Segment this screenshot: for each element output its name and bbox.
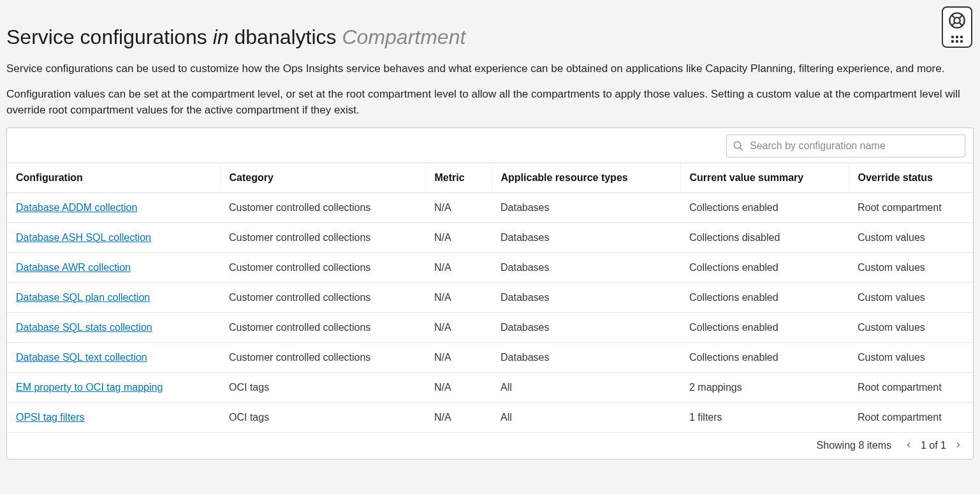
cell-value: Collections enabled [680, 282, 849, 312]
cell-override: Custom values [849, 312, 973, 342]
cell-override: Custom values [849, 282, 973, 312]
pager: 1 of 1 [903, 439, 964, 453]
table-row: EM property to OCI tag mappingOCI tagsN/… [7, 372, 973, 402]
col-header-value[interactable]: Current value summary [680, 163, 849, 193]
config-link[interactable]: Database ADDM collection [16, 202, 137, 213]
cell-value: Collections enabled [680, 193, 849, 222]
cell-resource: Databases [492, 193, 680, 222]
cell-resource: Databases [492, 342, 680, 372]
table-row: Database SQL stats collectionCustomer co… [7, 312, 973, 342]
pager-text: 1 of 1 [921, 440, 946, 451]
cell-resource: Databases [492, 282, 680, 312]
svg-point-6 [734, 142, 741, 149]
table-row: Database SQL plan collectionCustomer con… [7, 282, 973, 312]
table-row: Database SQL text collectionCustomer con… [7, 342, 973, 372]
cell-metric: N/A [425, 282, 492, 312]
cell-resource: Databases [492, 312, 680, 342]
cell-metric: N/A [425, 312, 492, 342]
search-input[interactable] [726, 134, 965, 157]
svg-line-5 [960, 23, 963, 26]
cell-category: Customer controlled collections [220, 222, 425, 252]
panel-toolbar [7, 128, 973, 163]
config-link[interactable]: OPSI tag filters [16, 412, 85, 423]
config-link[interactable]: EM property to OCI tag mapping [16, 382, 163, 393]
cell-metric: N/A [425, 193, 492, 222]
cell-value: Collections enabled [680, 312, 849, 342]
config-link[interactable]: Database AWR collection [16, 262, 131, 273]
cell-resource: All [492, 402, 680, 432]
col-header-configuration[interactable]: Configuration [7, 163, 220, 193]
col-header-category[interactable]: Category [220, 163, 425, 193]
config-table: Configuration Category Metric Applicable… [7, 163, 973, 433]
cell-resource: Databases [492, 252, 680, 282]
title-in: in [213, 25, 229, 48]
title-prefix: Service configurations [6, 25, 207, 48]
cell-override: Root compartment [849, 193, 973, 222]
config-link[interactable]: Database SQL stats collection [16, 322, 152, 333]
svg-line-4 [952, 23, 955, 26]
page-title: Service configurations in dbanalytics Co… [6, 25, 974, 49]
cell-override: Custom values [849, 342, 973, 372]
cell-metric: N/A [425, 372, 492, 402]
cell-override: Root compartment [849, 372, 973, 402]
pager-next-button[interactable] [953, 439, 964, 453]
showing-count: Showing 8 items [817, 440, 891, 451]
cell-override: Custom values [849, 252, 973, 282]
svg-line-7 [740, 147, 743, 150]
table-row: OPSI tag filtersOCI tagsN/AAll1 filtersR… [7, 402, 973, 432]
table-row: Database ADDM collectionCustomer control… [7, 193, 973, 222]
cell-category: Customer controlled collections [220, 342, 425, 372]
cell-category: OCI tags [220, 372, 425, 402]
col-header-metric[interactable]: Metric [425, 163, 492, 193]
title-suffix: Compartment [342, 25, 466, 48]
svg-point-1 [954, 17, 960, 23]
cell-value: Collections enabled [680, 252, 849, 282]
col-header-override[interactable]: Override status [849, 163, 973, 193]
cell-category: Customer controlled collections [220, 193, 425, 222]
config-link[interactable]: Database SQL plan collection [16, 292, 150, 303]
cell-override: Root compartment [849, 402, 973, 432]
cell-resource: All [492, 372, 680, 402]
cell-metric: N/A [425, 402, 492, 432]
cell-metric: N/A [425, 222, 492, 252]
cell-value: 2 mappings [680, 372, 849, 402]
grip-icon [951, 36, 963, 43]
table-row: Database ASH SQL collectionCustomer cont… [7, 222, 973, 252]
cell-value: 1 filters [680, 402, 849, 432]
cell-resource: Databases [492, 222, 680, 252]
cell-category: OCI tags [220, 402, 425, 432]
panel-footer: Showing 8 items 1 of 1 [7, 433, 973, 459]
search-wrap [726, 134, 965, 157]
pager-prev-button[interactable] [903, 439, 914, 453]
table-row: Database AWR collectionCustomer controll… [7, 252, 973, 282]
table-header-row: Configuration Category Metric Applicable… [7, 163, 973, 193]
description-1: Service configurations can be used to cu… [6, 61, 974, 77]
description-2: Configuration values can be set at the c… [6, 86, 974, 119]
cell-override: Custom values [849, 222, 973, 252]
cell-category: Customer controlled collections [220, 282, 425, 312]
cell-metric: N/A [425, 342, 492, 372]
cell-value: Collections enabled [680, 342, 849, 372]
title-compartment: dbanalytics [235, 25, 337, 48]
svg-line-2 [952, 15, 955, 18]
config-link[interactable]: Database ASH SQL collection [16, 232, 151, 243]
config-link[interactable]: Database SQL text collection [16, 352, 147, 363]
cell-value: Collections disabled [680, 222, 849, 252]
chevron-left-icon [904, 440, 913, 451]
cell-category: Customer controlled collections [220, 252, 425, 282]
svg-line-3 [960, 15, 963, 18]
col-header-resource[interactable]: Applicable resource types [492, 163, 680, 193]
cell-category: Customer controlled collections [220, 312, 425, 342]
config-panel: Configuration Category Metric Applicable… [6, 127, 974, 460]
help-widget[interactable] [942, 6, 972, 48]
cell-metric: N/A [425, 252, 492, 282]
chevron-right-icon [954, 440, 963, 451]
lifebuoy-icon [948, 11, 966, 32]
